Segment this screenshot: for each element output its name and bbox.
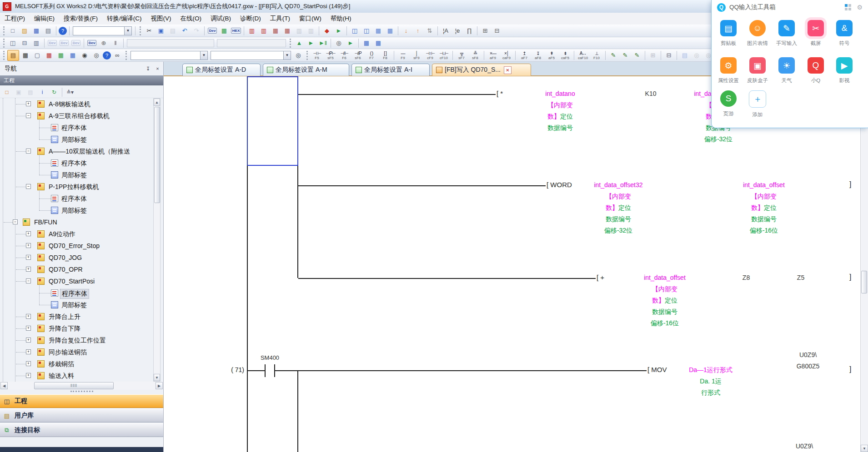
qq-tool-符号[interactable]: &符号 bbox=[831, 20, 858, 47]
tree-item-4[interactable]: 局部标签 bbox=[0, 134, 163, 145]
monitor-stop-icon[interactable]: ▥ bbox=[258, 26, 269, 36]
tree-item-1[interactable]: +A-8钢板输送机 bbox=[0, 98, 163, 110]
ladder-symbol-F6-button[interactable]: ⊣/⊢F6 bbox=[337, 50, 351, 61]
program-combo[interactable]: ▼ bbox=[211, 51, 291, 60]
instruction-help-icon[interactable]: ∏ bbox=[464, 26, 475, 36]
cross-reference-icon[interactable]: ∞ bbox=[112, 50, 123, 60]
tree-horizontal-scrollbar[interactable]: ◀ ⦀⦀⦀ ▶ bbox=[0, 382, 163, 390]
monitor-pause-icon[interactable]: ▥ bbox=[294, 26, 305, 36]
menu-item-4[interactable]: 转换/编译(C) bbox=[102, 13, 146, 24]
expand-plus-icon[interactable]: + bbox=[26, 338, 31, 343]
collapse-minus-icon[interactable]: − bbox=[13, 219, 18, 224]
read-plc-icon[interactable]: ↑ bbox=[412, 26, 423, 36]
chevron-down-icon[interactable]: ▼ bbox=[124, 27, 131, 35]
open-file-icon[interactable]: ▨ bbox=[19, 26, 30, 36]
program-step-icon[interactable]: ►‖ bbox=[317, 38, 328, 48]
collapse-minus-icon[interactable]: − bbox=[26, 278, 31, 283]
expand-plus-icon[interactable]: + bbox=[26, 326, 31, 331]
ladder-symbol-cF9-button[interactable]: ⊣↑⊢cF9 bbox=[423, 50, 437, 61]
qq-tool-图片表情[interactable]: ☺图片表情 bbox=[744, 20, 771, 47]
device-label-combo[interactable]: ▼ bbox=[130, 51, 208, 60]
menu-item-1[interactable]: 工程(P) bbox=[0, 13, 30, 24]
docking-window-icon[interactable]: ▥ bbox=[31, 38, 42, 48]
view-eye-icon[interactable]: ◉ bbox=[79, 50, 90, 60]
ladder-symbol-aF5-button[interactable]: ⇞aF5 bbox=[545, 50, 558, 61]
ladder-symbol-aF8-button[interactable]: ↧aF8 bbox=[531, 50, 545, 61]
ladder-symbol-caF5-button[interactable]: ⇟caF5 bbox=[558, 50, 572, 61]
menu-item-9[interactable]: 工具(T) bbox=[266, 13, 295, 24]
tree-item-24[interactable]: +输送入料 bbox=[0, 370, 163, 382]
pin-icon[interactable]: ↧ bbox=[144, 65, 152, 72]
ladder-symbol-sF9-button[interactable]: │sF9 bbox=[410, 50, 423, 61]
pause-icon[interactable]: ‖ bbox=[110, 38, 121, 48]
monitor-write-icon[interactable]: ▦ bbox=[270, 26, 281, 36]
menu-item-10[interactable]: 窗口(W) bbox=[295, 13, 326, 24]
menu-item-5[interactable]: 视图(V) bbox=[146, 13, 176, 24]
data-info-icon[interactable]: i bbox=[37, 87, 48, 97]
document-icon[interactable]: ▢ bbox=[32, 50, 43, 60]
ladder-symbol-F10-button[interactable]: ⊥F10 bbox=[590, 50, 603, 61]
device-table-icon[interactable]: ◫ bbox=[361, 26, 372, 36]
label-table-icon[interactable]: ◫ bbox=[349, 26, 360, 36]
nav-button-1[interactable]: ◫工程 bbox=[0, 394, 163, 408]
tree-item-23[interactable]: +移栽铜箔 bbox=[0, 358, 163, 370]
verify-plc-icon[interactable]: ⇅ bbox=[424, 26, 435, 36]
ladder-symbol-caF10-button[interactable]: A↔caF10 bbox=[576, 50, 590, 61]
tree-item-13[interactable]: +QD70_Error_Stop bbox=[0, 240, 163, 252]
edit-contact-icon[interactable]: ✎ bbox=[608, 50, 619, 60]
exec-icon[interactable]: ► bbox=[345, 38, 356, 48]
device-set-icon[interactable]: Dev bbox=[86, 38, 97, 48]
menu-item-7[interactable]: 调试(B) bbox=[206, 13, 236, 24]
zoom-header-icon[interactable]: ⊞ bbox=[480, 26, 491, 36]
device-test-icon[interactable]: Dev bbox=[47, 38, 58, 48]
expand-plus-icon[interactable]: + bbox=[26, 349, 31, 354]
tree-item-10[interactable]: 局部标签 bbox=[0, 204, 163, 216]
tree-item-6[interactable]: 程序本体 bbox=[0, 157, 163, 169]
print-icon[interactable]: ▤ bbox=[43, 26, 54, 36]
paste-icon[interactable]: ▤ bbox=[167, 26, 178, 36]
menu-item-6[interactable]: 在线(O) bbox=[176, 13, 206, 24]
qq-tool-添加[interactable]: ＋添加 bbox=[744, 90, 771, 118]
program-run-icon[interactable]: ► bbox=[306, 38, 316, 48]
editor-scroll-down-icon[interactable]: ▼ bbox=[861, 445, 868, 452]
qq-tool-皮肤盒子[interactable]: ▣皮肤盒子 bbox=[744, 57, 771, 84]
monitor-start-icon[interactable]: ▥ bbox=[246, 26, 257, 36]
close-icon[interactable]: × bbox=[154, 65, 161, 72]
tree-item-3[interactable]: 程序本体 bbox=[0, 122, 163, 134]
ladder-symbol-sF5-button[interactable]: ⊣P⊢sF5 bbox=[324, 50, 337, 61]
tree-item-21[interactable]: +升降台复位工作位置 bbox=[0, 334, 163, 346]
expand-plus-icon[interactable]: + bbox=[26, 231, 31, 236]
ladder-symbol-caF9-button[interactable]: ×│caF9 bbox=[500, 50, 513, 61]
edit-cursor-box[interactable] bbox=[247, 76, 298, 166]
tree-item-2[interactable]: −A-9三联吊组合移载机 bbox=[0, 110, 163, 122]
editor-vertical-scrollbar[interactable]: ▲ ▼ bbox=[860, 76, 868, 452]
program-check-icon[interactable]: ▲ bbox=[294, 38, 305, 48]
expand-plus-icon[interactable]: + bbox=[26, 101, 31, 106]
tree-item-20[interactable]: +升降台下降 bbox=[0, 323, 163, 334]
statement-icon[interactable]: ¦A bbox=[440, 26, 451, 36]
table-red-icon[interactable]: ▦ bbox=[44, 50, 55, 60]
copy-data-icon[interactable]: ▣ bbox=[13, 87, 24, 97]
ladder-symbol-sF6-button[interactable]: ⊣/PsF6 bbox=[351, 50, 365, 61]
ladder-symbol-F9-button[interactable]: —F9 bbox=[396, 50, 410, 61]
nav-button-3[interactable]: ⧉连接目标 bbox=[0, 423, 163, 437]
tab-4[interactable]: [FB]写入 QD70_S...✕ bbox=[432, 64, 531, 76]
quick-find-combo[interactable]: ▼ bbox=[73, 26, 132, 35]
device-chip-icon[interactable]: ▦ bbox=[20, 50, 31, 60]
tree-item-8[interactable]: −P-1PP拉料移载机 bbox=[0, 181, 163, 193]
monitor-screen-icon[interactable]: ▦ bbox=[219, 26, 230, 36]
help-icon[interactable]: ? bbox=[59, 27, 67, 35]
tree-item-9[interactable]: 程序本体 bbox=[0, 193, 163, 204]
redo-icon[interactable]: ↷ bbox=[191, 26, 202, 36]
write-plc-icon[interactable]: ↓ bbox=[401, 26, 411, 36]
expand-plus-icon[interactable]: + bbox=[26, 267, 31, 272]
ladder-symbol-aF9-button[interactable]: ×—aF9 bbox=[486, 50, 500, 61]
find-dropdown-icon[interactable]: ◎ bbox=[91, 50, 102, 60]
menu-item-11[interactable]: 帮助(H) bbox=[326, 13, 356, 24]
window-cascade-icon[interactable]: ◫ bbox=[7, 38, 18, 48]
ladder-symbol-F7-button[interactable]: ( )F7 bbox=[365, 50, 378, 61]
delete-row-icon[interactable]: ⊟ bbox=[663, 50, 674, 60]
device-skip-icon[interactable]: Dev bbox=[70, 38, 81, 48]
find-run-icon[interactable]: ◎ bbox=[333, 38, 344, 48]
project-data-list-icon[interactable]: ▤ bbox=[7, 50, 19, 61]
